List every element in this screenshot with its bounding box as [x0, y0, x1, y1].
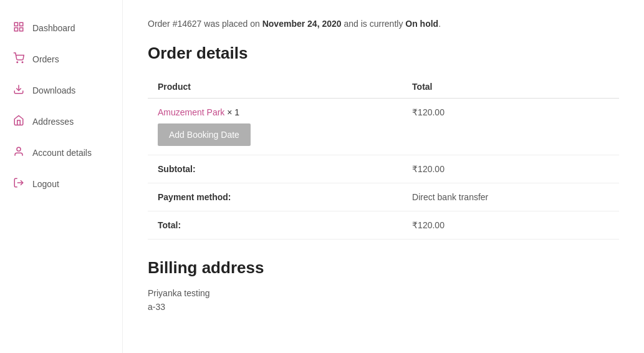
notice-prefix: Order # — [148, 19, 177, 29]
order-details-heading: Order details — [148, 44, 619, 63]
order-date: November 24, 2020 — [262, 19, 342, 29]
svg-point-4 — [17, 62, 18, 63]
billing-address: a-33 — [148, 300, 619, 314]
billing-name: Priyanka testing — [148, 286, 619, 300]
notice-mid2: and is currently — [342, 19, 406, 29]
col-header-product: Product — [148, 75, 402, 99]
subtotal-label: Subtotal: — [148, 155, 402, 183]
svg-rect-3 — [20, 28, 23, 31]
order-status: On hold — [405, 19, 438, 29]
sidebar-item-downloads[interactable]: Downloads — [0, 75, 122, 106]
sidebar-item-logout[interactable]: Logout — [0, 168, 122, 200]
subtotal-value: ₹120.00 — [402, 155, 619, 183]
subtotal-row: Subtotal: ₹120.00 — [148, 155, 619, 183]
sidebar-label-dashboard: Dashboard — [32, 23, 75, 33]
sidebar-item-account-details[interactable]: Account details — [0, 137, 122, 168]
sidebar: Dashboard Orders Downloads Addresses Acc… — [0, 0, 123, 353]
product-link[interactable]: Amuzement Park — [158, 107, 224, 117]
orders-icon — [12, 52, 25, 66]
main-content: Order #14627 was placed on November 24, … — [123, 0, 644, 353]
product-cell: Amuzement Park × 1 Add Booking Date — [148, 99, 402, 155]
svg-point-5 — [22, 62, 23, 63]
downloads-icon — [12, 84, 25, 97]
payment-method-label: Payment method: — [148, 183, 402, 211]
total-row: Total: ₹120.00 — [148, 211, 619, 239]
sidebar-label-downloads: Downloads — [32, 85, 75, 95]
total-label: Total: — [148, 211, 402, 239]
order-notice: Order #14627 was placed on November 24, … — [148, 19, 619, 29]
payment-method-value: Direct bank transfer — [402, 183, 619, 211]
payment-method-row: Payment method: Direct bank transfer — [148, 183, 619, 211]
col-header-total: Total — [402, 75, 619, 99]
sidebar-label-account: Account details — [32, 148, 92, 158]
sidebar-item-dashboard[interactable]: Dashboard — [0, 12, 122, 44]
account-icon — [12, 146, 25, 160]
add-booking-button[interactable]: Add Booking Date — [158, 123, 251, 146]
logout-icon — [12, 177, 25, 191]
order-number: 14627 — [177, 19, 201, 29]
total-value: ₹120.00 — [402, 211, 619, 239]
sidebar-label-logout: Logout — [32, 179, 59, 189]
addresses-icon — [12, 115, 25, 128]
notice-suffix: . — [438, 19, 441, 29]
sidebar-label-addresses: Addresses — [32, 117, 74, 127]
svg-point-7 — [17, 147, 21, 151]
svg-rect-1 — [20, 22, 23, 26]
billing-section: Billing address Priyanka testing a-33 — [148, 258, 619, 314]
sidebar-item-addresses[interactable]: Addresses — [0, 106, 122, 137]
svg-rect-0 — [14, 22, 17, 26]
sidebar-label-orders: Orders — [32, 54, 59, 64]
order-table: Product Total Amuzement Park × 1 Add Boo… — [148, 75, 619, 239]
billing-heading: Billing address — [148, 258, 619, 278]
product-qty: × 1 — [227, 107, 239, 117]
product-row: Amuzement Park × 1 Add Booking Date ₹120… — [148, 99, 619, 155]
sidebar-item-orders[interactable]: Orders — [0, 44, 122, 75]
notice-mid1: was placed on — [201, 19, 262, 29]
product-total: ₹120.00 — [402, 99, 619, 155]
svg-rect-2 — [14, 28, 17, 31]
dashboard-icon — [12, 21, 25, 35]
